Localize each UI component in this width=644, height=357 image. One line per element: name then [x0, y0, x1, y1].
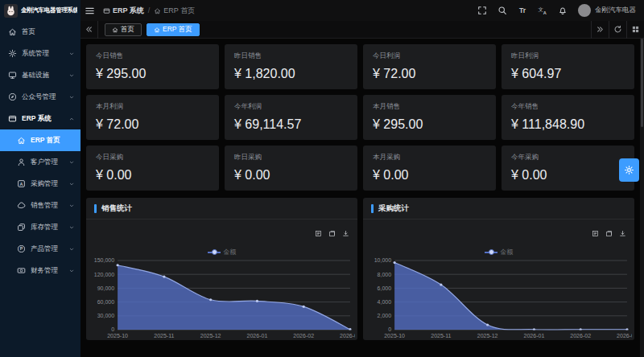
toolbox-data-view-button[interactable]	[315, 230, 322, 237]
stat-value: ¥ 0.00	[373, 168, 486, 183]
sidebar-item-product[interactable]: P产品管理	[0, 238, 80, 260]
breadcrumb-item[interactable]: ERP 系统	[103, 6, 144, 16]
sidebar-item-label: 基础设施	[22, 71, 49, 80]
toolbox-restore-button[interactable]	[605, 230, 613, 237]
title-accent-bar	[371, 204, 374, 213]
tab-ERP 首页[interactable]: ERP 首页	[147, 23, 200, 36]
bell-button[interactable]	[558, 6, 568, 15]
stat-value: ¥ 604.97	[511, 67, 625, 81]
settings-float-button[interactable]	[619, 158, 639, 182]
chart-canvas-0: 030,00060,00090,000120,000150,0002025-10…	[89, 257, 355, 340]
tab-首页[interactable]: 首页	[105, 23, 142, 36]
stat-value: ¥ 72.00	[96, 117, 209, 132]
sidebar-item-finance[interactable]: 财务管理	[0, 260, 80, 281]
data-point[interactable]	[117, 264, 119, 266]
stat-label: 今年销售	[511, 102, 625, 112]
stat-label: 今日销售	[96, 51, 209, 61]
layout-grid-button[interactable]	[626, 21, 644, 39]
sidebar-item-inventory[interactable]: 库存管理	[0, 216, 80, 238]
money-icon	[17, 266, 26, 275]
stat-card: 今日销售¥ 295.00	[86, 44, 219, 89]
data-point[interactable]	[256, 300, 258, 302]
chart-header: 销售统计	[86, 198, 357, 220]
stat-card: 今年采购¥ 0.00	[502, 146, 634, 191]
data-point[interactable]	[163, 275, 165, 277]
chevron-down-icon	[68, 159, 75, 166]
data-view-icon	[315, 230, 322, 237]
data-point[interactable]	[486, 323, 489, 326]
sidebar-item-customer[interactable]: 客户管理	[0, 151, 80, 173]
x-tick-label: 2026-02	[293, 334, 314, 339]
data-point[interactable]	[394, 261, 396, 264]
chevron-down-icon	[68, 203, 75, 209]
card-icon	[103, 7, 110, 14]
user-menu[interactable]: 金刚汽车电器	[578, 4, 636, 17]
sidebar-item-label: 首页	[22, 27, 35, 37]
y-tick-label: 10,000	[374, 258, 392, 264]
data-point[interactable]	[533, 328, 535, 330]
stat-grid: 今日销售¥ 295.00昨日销售¥ 1,820.00今日利润¥ 72.00昨日利…	[86, 44, 634, 191]
stat-value: ¥ 0.00	[96, 168, 209, 183]
breadcrumb-item[interactable]: ERP 首页	[154, 6, 195, 16]
tabs-scroll-left-button[interactable]	[80, 21, 98, 39]
card-icon	[8, 114, 17, 123]
stat-label: 今年利润	[234, 102, 348, 112]
data-point[interactable]	[440, 284, 442, 286]
sidebar-item-label: 财务管理	[31, 266, 58, 276]
logo-area: 金刚汽车电器管理系统	[0, 0, 80, 21]
toolbox-download-button[interactable]	[619, 230, 626, 237]
legend-item[interactable]: 金额	[208, 248, 237, 256]
sidebar-item-wechat[interactable]: 公众号管理	[0, 86, 80, 108]
svg-text:P: P	[20, 246, 23, 251]
stat-card: 今日采购¥ 0.00	[86, 146, 219, 191]
sidebar-item-sales[interactable]: 销售管理	[0, 195, 80, 216]
scrollbar-thumb[interactable]	[641, 39, 643, 127]
legend-item[interactable]: 金额	[485, 248, 514, 256]
x-tick-label: 2025-10	[384, 334, 405, 339]
stat-label: 昨日利润	[511, 51, 625, 61]
sidebar-item-system[interactable]: 系统管理	[0, 43, 80, 64]
legend-label: 金额	[501, 248, 514, 256]
stat-label: 今日利润	[373, 51, 486, 61]
y-tick-label: 2,000	[378, 313, 392, 318]
translate-button[interactable]: 文A	[538, 6, 547, 15]
hamburger-button[interactable]	[80, 0, 98, 21]
tabs-scroll-right-button[interactable]	[591, 21, 609, 39]
chevron-down-icon	[68, 246, 75, 252]
chart-canvas-1: 02,0004,0006,0008,00010,0002025-102025-1…	[365, 257, 632, 340]
monitor-icon	[8, 71, 17, 80]
chart-toolbox	[315, 230, 349, 237]
data-view-icon	[592, 230, 599, 237]
sidebar-item-label: 库存管理	[31, 223, 58, 232]
stat-value: ¥ 295.00	[96, 67, 209, 81]
data-point[interactable]	[580, 328, 582, 330]
toolbox-download-button[interactable]	[342, 230, 349, 237]
font-size-button[interactable]: Tr	[518, 6, 527, 15]
sidebar-item-home[interactable]: 首页	[0, 21, 80, 43]
toolbox-restore-button[interactable]	[328, 230, 336, 237]
topbar-icon-buttons: Tr文A	[477, 6, 568, 15]
data-point[interactable]	[625, 328, 628, 330]
data-point[interactable]	[209, 298, 212, 301]
charts-row: 销售统计金额030,00060,00090,000120,000150,0002…	[86, 198, 634, 340]
sidebar-item-label: 系统管理	[22, 49, 49, 59]
sidebar-item-erp[interactable]: ERP 系统	[0, 108, 80, 129]
series-金额	[117, 264, 352, 330]
y-tick-label: 90,000	[97, 285, 115, 291]
refresh-tab-button[interactable]	[609, 21, 626, 39]
toolbox-data-view-button[interactable]	[592, 230, 599, 237]
home-icon	[8, 27, 17, 36]
sidebar-item-infra[interactable]: 基础设施	[0, 64, 80, 86]
page-scrollbar[interactable]	[640, 39, 644, 357]
user-icon	[17, 158, 26, 166]
topbar: 金刚汽车电器管理系统 ERP 系统/ERP 首页 Tr文A 金刚汽车电器	[0, 0, 644, 21]
x-tick-label: 2026-03	[617, 334, 632, 339]
y-tick-label: 8,000	[378, 272, 392, 277]
data-point[interactable]	[303, 306, 305, 308]
sidebar-item-purchase[interactable]: A采购管理	[0, 173, 80, 195]
search-button[interactable]	[497, 6, 507, 15]
chevron-down-icon	[68, 51, 75, 57]
fullscreen-button[interactable]	[477, 6, 487, 15]
sidebar-item-erp-home[interactable]: ERP 首页	[0, 129, 80, 151]
data-point[interactable]	[349, 328, 351, 330]
